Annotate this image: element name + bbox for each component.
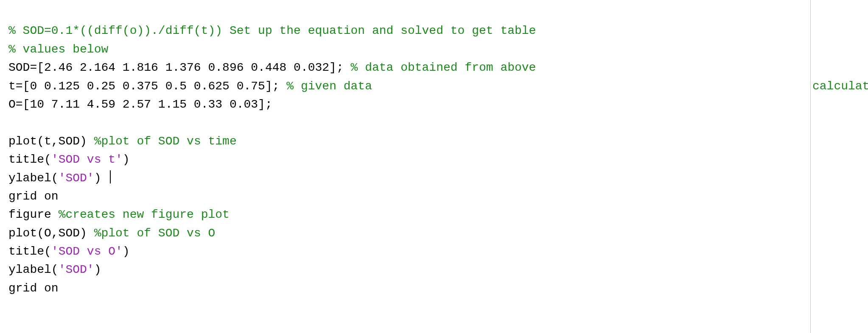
code-text: ) [123,245,130,258]
code-line: title('SOD vs t') [8,153,130,166]
code-line: O=[10 7.11 4.59 2.57 1.15 0.33 0.03]; [8,98,272,111]
right-pane: calculation [811,0,868,333]
comment-text: %plot of SOD vs time [94,135,237,148]
code-editor[interactable]: % SOD=0.1*((diff(o))./diff(t)) Set up th… [0,0,819,333]
comment-text: % data obtained from above [351,61,543,74]
code-text: plot(O,SOD) [8,227,94,240]
string-literal: 'SOD vs t' [51,153,123,166]
comment-text: %creates new figure plot [59,208,230,221]
code-text: grid [8,190,44,203]
code-text: SOD=[2.46 2.164 1.816 1.376 0.896 0.448 … [8,61,351,74]
code-line: % values below [8,43,108,56]
code-text: title( [8,245,51,258]
overflow-text: calculation [812,80,868,93]
code-text: plot(t,SOD) [8,135,94,148]
string-literal: 'SOD' [59,263,94,276]
code-text: ) [123,153,130,166]
code-line: t=[0 0.125 0.25 0.375 0.5 0.625 0.75]; %… [8,80,372,93]
code-text: ) [94,172,109,185]
code-text: title( [8,153,51,166]
code-line: grid on [8,282,59,295]
code-line: ylabel('SOD') [8,263,101,276]
code-line: plot(t,SOD) %plot of SOD vs time [8,135,237,148]
string-literal: 'SOD vs O' [51,245,123,258]
comment-text: % given data [286,80,372,93]
code-line: title('SOD vs O') [8,245,130,258]
comment-text: calculation [812,80,868,93]
comment-text: %plot of SOD vs O [94,227,216,240]
code-line: SOD=[2.46 2.164 1.816 1.376 0.896 0.448 … [8,61,543,74]
code-text: ylabel( [8,263,59,276]
code-text: O=[10 7.11 4.59 2.57 1.15 0.33 0.03]; [8,98,272,111]
code-line: % SOD=0.1*((diff(o))./diff(t)) Set up th… [8,24,536,37]
code-text: figure [8,208,59,221]
code-text: ylabel( [8,172,59,185]
code-line: grid on [8,190,59,203]
comment-text: % SOD=0.1*((diff(o))./diff(t)) Set up th… [8,24,536,37]
code-text: t=[0 0.125 0.25 0.375 0.5 0.625 0.75]; [8,80,286,93]
code-text: ) [94,263,101,276]
code-line: ylabel('SOD') [8,172,111,185]
code-text: grid [8,282,44,295]
comment-text: % values below [8,43,108,56]
keyword-text: on [44,190,59,203]
text-cursor [110,170,111,183]
code-line: figure %creates new figure plot [8,208,230,221]
string-literal: 'SOD' [59,172,94,185]
keyword-text: on [44,282,59,295]
code-line: plot(O,SOD) %plot of SOD vs O [8,227,215,240]
